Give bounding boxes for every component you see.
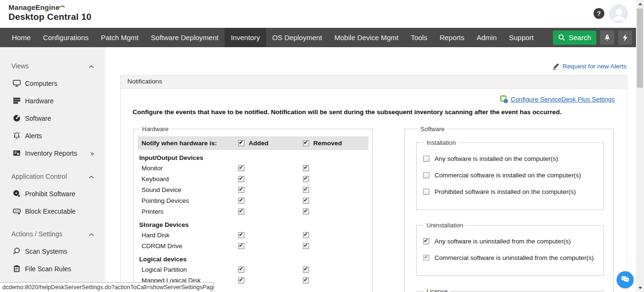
software-option-label: Commercial software is installed on the … — [435, 172, 581, 179]
installation-legend: Installation — [424, 139, 458, 146]
removed-all-checkbox[interactable] — [303, 140, 309, 146]
software-option-label: Any software is installed on the compute… — [435, 155, 558, 162]
notifications-panel: Notifications Configure ServiceDesk Plus… — [120, 75, 627, 292]
vertical-scrollbar[interactable] — [636, 0, 644, 292]
hardware-row: Pointing Devices — [138, 195, 368, 206]
panel-title: Notifications — [121, 75, 627, 89]
uninstallation-checkbox[interactable] — [423, 238, 429, 244]
chat-bubbles-icon — [620, 275, 630, 284]
added-checkbox[interactable] — [238, 243, 244, 249]
scroll-up-arrow[interactable] — [636, 0, 644, 8]
nav-support[interactable]: Support — [503, 28, 540, 47]
removed-checkbox[interactable] — [303, 232, 309, 238]
brand-line1: ManageEngine — [8, 3, 59, 11]
sidebar-item-alerts[interactable]: Alerts — [0, 127, 105, 144]
sidebar-item-label: Scan Systems — [25, 248, 67, 255]
nav-admin[interactable]: Admin — [470, 28, 503, 47]
manageengine-logo[interactable]: ManageEngine Desktop Central 10 — [8, 3, 92, 22]
sidebar-section-label: Application Control — [11, 173, 67, 180]
hardware-row-label: CDROM Drive — [142, 242, 238, 250]
sidebar-section-actions-settings[interactable]: Actions / Settings — [0, 225, 105, 242]
software-option: Prohibited software is installed on the … — [423, 188, 598, 195]
scroll-down-arrow[interactable] — [636, 284, 644, 292]
removed-checkbox[interactable] — [303, 165, 309, 171]
sidebar-section-views[interactable]: Views — [0, 57, 105, 75]
removed-checkbox[interactable] — [303, 176, 309, 182]
scrollbar-thumb[interactable] — [637, 8, 643, 88]
expand-arrow-icon[interactable]: » — [90, 150, 94, 157]
sidebar-item-computers[interactable]: Computers — [0, 75, 105, 92]
nav-inventory[interactable]: Inventory — [225, 28, 266, 47]
sidebar-item-scan-systems[interactable]: Scan Systems — [0, 242, 105, 260]
search-button[interactable]: Search — [553, 31, 596, 45]
sidebar-item-prohibit-software[interactable]: Prohibit Software — [0, 185, 105, 202]
installation-checkbox[interactable] — [423, 172, 429, 178]
software-option-label: Any software is uninstalled from the com… — [435, 238, 571, 245]
settings-columns: Hardware Notify when hardware is: Added … — [134, 125, 627, 292]
removed-checkbox[interactable] — [303, 243, 309, 249]
removed-checkbox[interactable] — [303, 198, 309, 204]
installation-fieldset: Installation Any software is installed o… — [416, 139, 604, 210]
added-checkbox[interactable] — [238, 165, 244, 171]
removed-checkbox[interactable] — [303, 267, 309, 273]
added-checkbox[interactable] — [238, 198, 244, 204]
hardware-legend: Hardware — [140, 125, 171, 133]
configure-servicedesk-link[interactable]: Configure ServiceDesk Plus Settings — [500, 95, 615, 103]
nav-tools[interactable]: Tools — [405, 28, 434, 47]
search-button-label: Search — [569, 33, 591, 42]
user-avatar[interactable] — [609, 4, 628, 23]
installation-checkbox[interactable] — [423, 156, 429, 162]
added-checkbox[interactable] — [238, 277, 244, 284]
removed-checkbox[interactable] — [303, 209, 309, 215]
added-checkbox[interactable] — [238, 176, 244, 182]
nav-patch-mgmt[interactable]: Patch Mgmt — [95, 28, 145, 47]
sidebar-item-hardware[interactable]: Hardware — [0, 92, 105, 109]
nav-home[interactable]: Home — [6, 28, 37, 47]
rocket-icon — [603, 34, 611, 42]
added-checkbox[interactable] — [238, 267, 244, 273]
nav-reports[interactable]: Reports — [434, 28, 471, 47]
getting-started-button[interactable] — [600, 31, 614, 45]
sidebar-item-inventory-reports[interactable]: Inventory Reports » — [0, 144, 105, 162]
live-chat-button[interactable] — [617, 271, 634, 288]
uninstallation-checkbox[interactable] — [423, 255, 429, 261]
block-executable-icon — [13, 207, 21, 215]
software-disc-icon — [13, 114, 21, 122]
sidebar-section-label: Actions / Settings — [11, 230, 62, 238]
hardware-row-label: Printers — [142, 208, 238, 215]
sidebar-item-label: Block Executable — [25, 208, 75, 215]
installation-checkbox[interactable] — [423, 189, 429, 195]
hardware-row: CDROM Drive — [138, 241, 368, 251]
nav-os-deployment[interactable]: OS Deployment — [266, 28, 328, 47]
nav-software-deployment[interactable]: Software Deployment — [145, 28, 225, 47]
software-legend: Software — [418, 125, 447, 133]
sidebar-item-file-scan-rules[interactable]: File Scan Rules — [0, 260, 105, 277]
sidebar-section-application-control[interactable]: Application Control — [0, 167, 105, 185]
added-checkbox[interactable] — [238, 187, 244, 193]
request-new-alerts[interactable]: Request for new Alerts — [552, 63, 627, 70]
hardware-group-title: Logical devices — [138, 251, 368, 264]
removed-checkbox[interactable] — [303, 277, 309, 284]
monitor-icon — [13, 79, 21, 87]
sidebar-item-software[interactable]: Software — [0, 109, 105, 127]
hardware-row: Logical Partition — [138, 264, 368, 275]
hardware-group-title: Input/Output Devices — [138, 150, 368, 163]
sidebar-item-block-executable[interactable]: Block Executable — [0, 202, 105, 220]
software-option: Commercial software is uninstalled from … — [423, 254, 598, 261]
help-icon[interactable]: ? — [594, 8, 604, 19]
nav-configurations[interactable]: Configurations — [37, 28, 95, 47]
request-new-alerts-link[interactable]: Request for new Alerts — [562, 63, 627, 70]
added-checkbox[interactable] — [238, 232, 244, 238]
sidebar-item-label: Prohibit Software — [25, 190, 75, 198]
sidebar: Views Computers Hardware Software Alerts… — [0, 47, 105, 292]
added-checkbox[interactable] — [238, 209, 244, 215]
quick-actions-button[interactable] — [618, 31, 632, 45]
clipboard-icon — [13, 265, 21, 273]
chevron-up-icon — [89, 62, 94, 70]
page: ManageEngine Desktop Central 10 ? Home C… — [0, 0, 644, 292]
hardware-table-header: Notify when hardware is: Added Removed — [138, 136, 368, 150]
hardware-row: Printers — [138, 206, 368, 217]
removed-checkbox[interactable] — [303, 187, 309, 193]
nav-mobile-device-mgmt[interactable]: Mobile Device Mgmt — [328, 28, 405, 47]
added-all-checkbox[interactable] — [238, 140, 244, 146]
